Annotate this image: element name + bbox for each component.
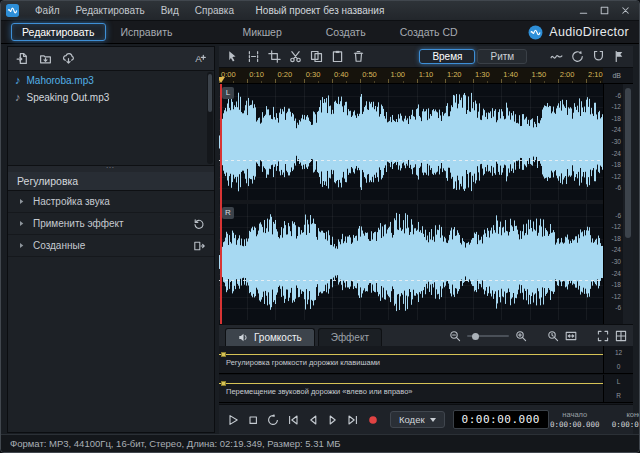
play-icon [226,413,240,427]
keyframe-node[interactable] [221,381,226,386]
mix-audio-button[interactable] [547,48,566,66]
ruler-tick-label: 0:30 [306,70,321,79]
cut-button[interactable] [286,48,305,66]
db-label: -12 [612,173,621,180]
library-scrollbar[interactable] [207,72,213,164]
waveform-channel-left[interactable] [219,84,603,200]
lane-scale-label: 0 [617,363,621,370]
ruler-tick-label: 1:50 [532,70,547,79]
menu-edit[interactable]: Редактировать [68,5,153,16]
menu-view[interactable]: Вид [153,5,187,16]
db-label: -18 [612,281,621,288]
adjust-item-created[interactable]: Созданные [8,235,214,257]
zoom-time-icon[interactable] [547,330,559,342]
file-item[interactable]: ♪Mahoroba.mp3 [8,72,206,89]
lane-label: Перемещение звуковой дорожки «влево или … [226,387,413,396]
mode-tab-mixer[interactable]: Микшер [231,23,292,41]
maximize-icon [599,5,610,16]
stop-button[interactable] [243,410,262,430]
marker-add-button[interactable] [610,48,629,66]
adjust-tree: Настройка звукаПрименить эффектСозданные [8,191,214,257]
zoom-out-icon[interactable] [449,330,461,342]
adjust-item-adjust-audio[interactable]: Настройка звука [8,191,214,213]
reset-icon[interactable] [193,218,205,230]
step-forward-button[interactable] [323,410,342,430]
select-button[interactable] [223,48,242,66]
time-display[interactable]: 0:00:00.000 [453,410,549,429]
step-back-button[interactable] [303,410,322,430]
loop-play-button[interactable] [568,48,587,66]
crop-button[interactable] [265,48,284,66]
adjust-item-apply-effect[interactable]: Применить эффект [8,213,214,235]
play-button[interactable] [223,410,242,430]
waveform-view[interactable]: L R [219,84,603,324]
grid-view-icon[interactable] [615,330,627,342]
tab-effect[interactable]: Эффект [318,328,382,346]
channel-badge-left: L [222,87,234,99]
mode-tab-create-cd[interactable]: Создать CD [389,23,469,41]
mode-tab-bar: РедактироватьИсправитьМикшерСоздатьСозда… [1,21,639,44]
record-button[interactable] [363,410,382,430]
timeline-ruler[interactable]: 0:000:100:200:300:400:501:001:101:201:30… [219,68,603,83]
db-label: -30 [612,138,621,145]
editor-panel: Время Ритм 0:000:100:200:300:400:501:001… [219,46,633,433]
minimize-button[interactable] [575,4,592,18]
mode-tab-repair[interactable]: Исправить [110,23,184,41]
file-item[interactable]: ♪Speaking Out.mp3 [8,89,206,106]
timeline-ruler-row: 0:000:100:200:300:400:501:001:101:201:30… [219,68,633,84]
zoom-slider[interactable] [467,335,509,337]
export-box-icon[interactable] [193,240,205,252]
import-folder-icon [39,52,52,65]
go-to-end-button[interactable] [343,410,362,430]
keyframe-line[interactable] [219,354,603,355]
automation-lane-track[interactable]: Перемещение звуковой дорожки «влево или … [219,375,603,402]
zoom-fit-icon[interactable] [565,330,577,342]
time-mode-button[interactable]: Время [419,49,475,64]
status-bar: Формат: MP3, 44100Гц, 16-бит, Стерео, Дл… [1,434,639,452]
media-library-panel: A ♪Mahoroba.mp3♪Speaking Out.mp3 Регулир… [7,46,215,433]
window-controls [575,4,634,18]
playhead-handle[interactable] [219,77,225,83]
mode-tab-create[interactable]: Создать [315,23,377,41]
panel-divider-handle[interactable] [8,165,214,172]
maximize-button[interactable] [596,4,613,18]
zoom-in-icon[interactable] [515,330,527,342]
close-button[interactable] [617,4,634,18]
cut-icon [289,50,302,63]
mode-tab-edit[interactable]: Редактировать [11,23,106,41]
import-media-button[interactable] [12,50,32,68]
playhead[interactable] [220,84,222,324]
db-label: -6 [615,212,621,219]
codec-button[interactable]: Кодек [390,411,445,428]
crop-icon [268,50,281,63]
db-label: -6 [615,184,621,191]
go-to-start-button[interactable] [283,410,302,430]
paste-button[interactable] [328,48,347,66]
music-note-icon: ♪ [15,75,21,86]
keyframe-line[interactable] [219,383,603,384]
download-audio-icon [62,52,75,65]
tab-volume[interactable]: Громкость [225,328,315,346]
mix-audio-icon [550,50,563,63]
snap-button[interactable] [589,48,608,66]
menu-help[interactable]: Справка [187,5,242,16]
tab-label: Громкость [254,332,302,343]
menu-file[interactable]: Файл [27,5,68,16]
waveform-scrollbar[interactable] [623,84,633,324]
db-label: -6 [615,304,621,311]
db-label: -24 [612,246,621,253]
import-folder-button[interactable] [35,50,55,68]
file-name: Mahoroba.mp3 [27,75,94,86]
copy-button[interactable] [307,48,326,66]
keyframe-node[interactable] [221,352,226,357]
waveform-channel-right[interactable] [219,204,603,320]
lane-scale-label: 12 [615,349,622,356]
expand-view-icon[interactable] [597,330,609,342]
beat-mode-button[interactable]: Ритм [477,49,527,64]
add-text-button[interactable]: A [190,50,210,68]
range-select-button[interactable] [244,48,263,66]
automation-lane-track[interactable]: Регулировка громкости дорожки клавишами [219,346,603,373]
download-audio-button[interactable] [58,50,78,68]
delete-button[interactable] [349,48,368,66]
loop-button[interactable] [263,410,282,430]
